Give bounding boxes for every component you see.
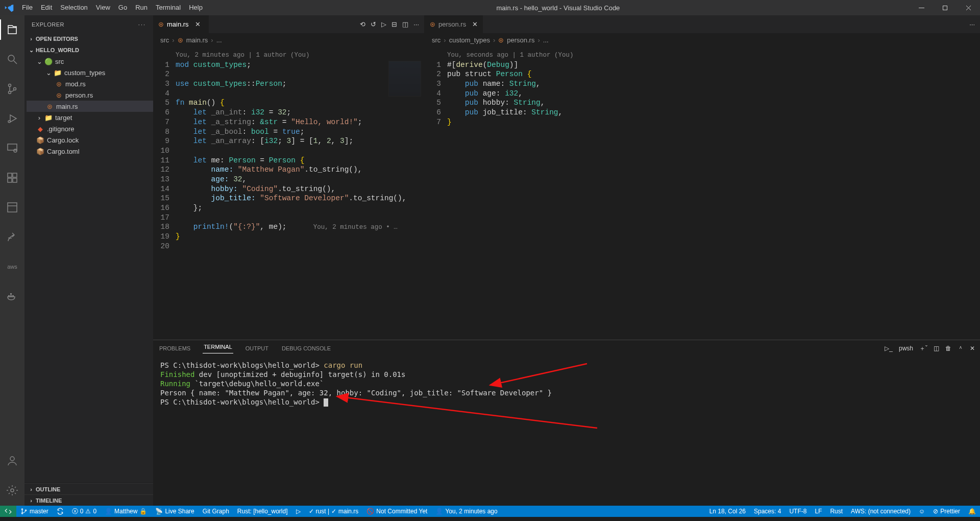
- eol[interactable]: LF: [811, 506, 826, 517]
- menu-go[interactable]: Go: [114, 0, 131, 15]
- menu-help[interactable]: Help: [185, 0, 207, 15]
- window-controls: [910, 0, 980, 15]
- file-tree: ⌄🟢src ⌄📁custom_types ⊛mod.rs ⊛person.rs …: [24, 56, 153, 157]
- menu-terminal[interactable]: Terminal: [152, 0, 185, 15]
- rust-workspace[interactable]: Rust: [hello_world]: [233, 506, 292, 517]
- settings-icon[interactable]: [0, 480, 24, 501]
- split-down-icon[interactable]: ⊟: [391, 20, 397, 28]
- remote-indicator[interactable]: [0, 506, 16, 517]
- cargo-icon: 📦: [36, 136, 45, 144]
- timeline-section[interactable]: ›TIMELINE: [24, 494, 153, 506]
- terminal-kill-icon[interactable]: 🗑: [945, 345, 951, 352]
- git-graph-button[interactable]: Git Graph: [199, 506, 233, 517]
- window-minimize-button[interactable]: [910, 0, 933, 15]
- share-icon[interactable]: [0, 227, 24, 247]
- close-icon[interactable]: ✕: [195, 20, 201, 28]
- projects-icon[interactable]: [0, 197, 24, 218]
- rust-file-icon: ⊛: [54, 91, 63, 99]
- prettier-status[interactable]: ⊘ Prettier: [929, 506, 964, 517]
- terminal-new-icon[interactable]: ＋ˇ: [919, 344, 927, 353]
- panel-tab-output[interactable]: OUTPUT: [244, 345, 270, 351]
- sidebar-title: EXPLORER: [32, 21, 64, 28]
- menu-selection[interactable]: Selection: [56, 0, 91, 15]
- liveshare-button[interactable]: 📡 Live Share: [151, 506, 198, 517]
- git-blame-status[interactable]: 🚫 Not Committed Yet: [362, 506, 431, 517]
- run-back-icon[interactable]: ⟲: [360, 20, 365, 28]
- terminal-shell-label[interactable]: pwsh: [899, 345, 913, 352]
- editor-left-content[interactable]: 1234567891011121314151617181920 You, 2 m…: [153, 46, 424, 340]
- minimap[interactable]: [388, 61, 421, 97]
- menu-edit[interactable]: Edit: [37, 0, 56, 15]
- file-gitignore[interactable]: ◆.gitignore: [27, 123, 153, 134]
- menu-view[interactable]: View: [92, 0, 114, 15]
- project-section[interactable]: ⌄HELLO_WORLD: [24, 44, 153, 56]
- titlebar: File Edit Selection View Go Run Terminal…: [0, 0, 980, 15]
- run-play-icon[interactable]: ▷: [292, 506, 305, 517]
- tab-person-rs[interactable]: ⊛ person.rs ✕: [425, 15, 483, 33]
- panel-maximize-icon[interactable]: ＾: [958, 344, 964, 353]
- notifications-icon[interactable]: 🔔: [964, 506, 980, 517]
- terminal-split-icon[interactable]: ◫: [934, 345, 939, 352]
- extensions-icon[interactable]: [0, 168, 24, 188]
- window-maximize-button[interactable]: [933, 0, 957, 15]
- svg-rect-16: [10, 293, 12, 295]
- panel-tab-problems[interactable]: PROBLEMS: [158, 345, 191, 351]
- window-close-button[interactable]: [957, 0, 980, 15]
- cursor-position[interactable]: Ln 18, Col 26: [705, 506, 750, 517]
- explorer-icon[interactable]: [0, 19, 24, 40]
- tabbar-left: ⊛ main.rs ✕ ⟲ ↺ ▷ ⊟ ◫ ···: [153, 15, 424, 33]
- breadcrumb-right[interactable]: src› custom_types› ⊛person.rs› ...: [425, 33, 980, 46]
- git-blame-author[interactable]: 👤 You, 2 minutes ago: [431, 506, 501, 517]
- open-editors-section[interactable]: ›OPEN EDITORS: [24, 33, 153, 44]
- folder-icon: 📁: [53, 69, 62, 77]
- run-icon[interactable]: ▷: [381, 20, 386, 28]
- feedback-icon[interactable]: ☺: [915, 506, 929, 517]
- file-cargo-toml[interactable]: 📦Cargo.toml: [27, 146, 153, 157]
- panel-tab-debug-console[interactable]: DEBUG CONSOLE: [281, 345, 332, 351]
- folder-custom-types[interactable]: ⌄📁custom_types: [27, 67, 153, 78]
- close-icon[interactable]: ✕: [472, 20, 478, 28]
- accounts-icon[interactable]: [0, 451, 24, 471]
- panel-close-icon[interactable]: ✕: [970, 345, 975, 352]
- file-cargo-lock[interactable]: 📦Cargo.lock: [27, 134, 153, 146]
- breadcrumb-left[interactable]: src› ⊛main.rs› ...: [153, 33, 424, 46]
- encoding[interactable]: UTF-8: [785, 506, 811, 517]
- file-mod-rs[interactable]: ⊛mod.rs: [27, 78, 153, 89]
- more-icon[interactable]: ···: [413, 20, 419, 28]
- file-person-rs[interactable]: ⊛person.rs: [27, 89, 153, 101]
- aws-icon[interactable]: aws: [0, 256, 24, 277]
- menu-run[interactable]: Run: [131, 0, 152, 15]
- bottom-panel: PROBLEMS TERMINAL OUTPUT DEBUG CONSOLE ▷…: [153, 340, 980, 506]
- file-main-rs[interactable]: ⊛main.rs: [27, 101, 153, 112]
- terminal-shell-icon[interactable]: ▷_: [885, 345, 893, 352]
- split-right-icon[interactable]: ◫: [402, 20, 408, 28]
- folder-src[interactable]: ⌄🟢src: [27, 56, 153, 67]
- problems-counter[interactable]: ⓧ 0 ⚠ 0: [68, 506, 101, 517]
- svg-point-2: [9, 84, 11, 87]
- more-icon[interactable]: ···: [969, 20, 975, 28]
- remote-explorer-icon[interactable]: [0, 138, 24, 158]
- sidebar-more-icon[interactable]: ···: [138, 21, 146, 28]
- aws-status[interactable]: AWS: (not connected): [847, 506, 915, 517]
- editor-right-content[interactable]: 1234567 You, seconds ago | 1 author (You…: [425, 46, 980, 340]
- tab-main-rs[interactable]: ⊛ main.rs ✕: [153, 15, 209, 33]
- rust-analyzer-status[interactable]: ✓ rust | ✓ main.rs: [305, 506, 363, 517]
- source-control-icon[interactable]: [0, 79, 24, 99]
- svg-point-22: [21, 513, 22, 514]
- panel-tab-terminal[interactable]: TERMINAL: [203, 344, 233, 353]
- terminal-output[interactable]: PS C:\thisdot-work\blogs\hello_world> ca…: [153, 357, 980, 506]
- language-mode[interactable]: Rust: [826, 506, 847, 517]
- git-branch[interactable]: master: [16, 506, 53, 517]
- git-icon: ◆: [36, 125, 45, 133]
- search-icon[interactable]: [0, 49, 24, 69]
- menu-file[interactable]: File: [18, 0, 37, 15]
- liveshare-user[interactable]: 👤 Matthew 🔒: [101, 506, 151, 517]
- svg-rect-10: [13, 178, 17, 182]
- debug-icon[interactable]: [0, 108, 24, 129]
- docker-icon[interactable]: [0, 286, 24, 306]
- sync-button[interactable]: [53, 506, 68, 517]
- folder-target[interactable]: ›📁target: [27, 112, 153, 123]
- indentation[interactable]: Spaces: 4: [750, 506, 785, 517]
- outline-section[interactable]: ›OUTLINE: [24, 483, 153, 494]
- run-stepback-icon[interactable]: ↺: [371, 20, 376, 28]
